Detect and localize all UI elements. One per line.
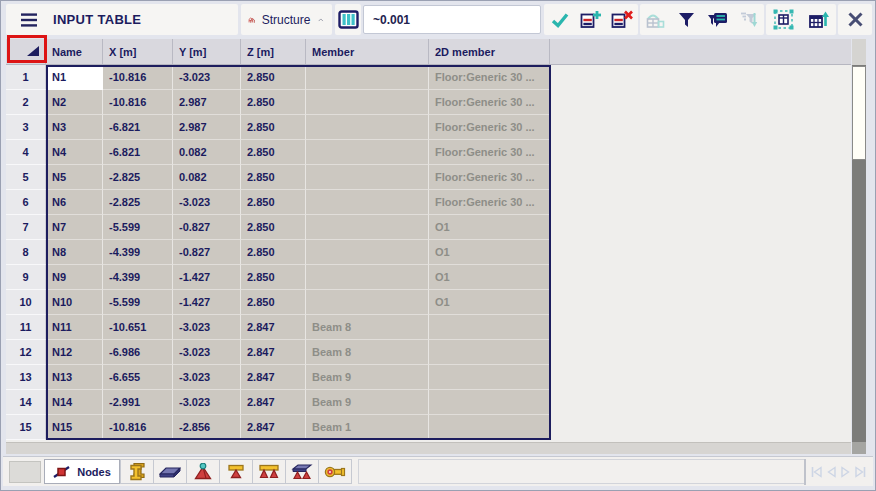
cell-z[interactable]: 2.850 [241, 265, 306, 290]
cell-z[interactable]: 2.850 [241, 65, 306, 90]
delete-row-button[interactable] [608, 6, 636, 33]
row-number-cell[interactable]: 12 [6, 340, 46, 365]
cell-name[interactable]: N11 [46, 315, 103, 340]
cell-member[interactable] [306, 240, 429, 265]
cell-member[interactable] [306, 165, 429, 190]
cell-member[interactable] [306, 290, 429, 315]
cell-z[interactable]: 2.847 [241, 315, 306, 340]
filter-button[interactable] [673, 6, 701, 33]
cell-x[interactable]: -4.399 [103, 265, 173, 290]
tab-point-supports[interactable] [219, 459, 253, 484]
add-row-button[interactable] [577, 6, 605, 33]
column-header-2d-member[interactable]: 2D member [429, 39, 550, 64]
cell-member[interactable]: Beam 8 [306, 315, 429, 340]
row-number-cell[interactable]: 11 [6, 315, 46, 340]
horizontal-scrollbar[interactable] [6, 442, 851, 454]
cell-z[interactable]: 2.847 [241, 390, 306, 415]
cell-name[interactable]: N10 [46, 290, 103, 315]
cell-2d-member[interactable]: O1 [429, 215, 550, 240]
cell-z[interactable]: 2.847 [241, 365, 306, 390]
cell-z[interactable]: 2.850 [241, 240, 306, 265]
row-number-cell[interactable]: 14 [6, 390, 46, 415]
cell-2d-member[interactable] [429, 365, 550, 390]
cell-name[interactable]: N2 [46, 90, 103, 115]
cell-name[interactable]: N14 [46, 390, 103, 415]
cell-member[interactable] [306, 215, 429, 240]
row-number-cell[interactable]: 9 [6, 265, 46, 290]
structure-filter-button-disabled[interactable] [642, 6, 670, 33]
first-record-button[interactable] [810, 465, 823, 479]
cell-x[interactable]: -10.816 [103, 415, 173, 440]
cell-2d-member[interactable]: Floor:Generic 30 ... [429, 90, 550, 115]
row-number-cell[interactable]: 2 [6, 90, 46, 115]
cell-member[interactable]: Beam 9 [306, 365, 429, 390]
cell-x[interactable]: -10.816 [103, 90, 173, 115]
tab-supports[interactable] [186, 459, 220, 484]
cell-2d-member[interactable] [429, 315, 550, 340]
cell-member[interactable]: Beam 8 [306, 340, 429, 365]
cell-y[interactable]: 0.082 [173, 165, 241, 190]
cell-z[interactable]: 2.847 [241, 415, 306, 440]
row-number-cell[interactable]: 3 [6, 115, 46, 140]
cell-x[interactable]: -5.599 [103, 215, 173, 240]
row-number-cell[interactable]: 15 [6, 415, 46, 440]
tab-nodes[interactable]: Nodes [44, 459, 120, 484]
cell-member[interactable] [306, 115, 429, 140]
cell-2d-member[interactable]: O1 [429, 290, 550, 315]
column-header-name[interactable]: Name [46, 39, 103, 64]
row-number-cell[interactable]: 6 [6, 190, 46, 215]
tab-1d-members[interactable] [120, 459, 154, 484]
cell-name[interactable]: N5 [46, 165, 103, 190]
cell-y[interactable]: -3.023 [173, 340, 241, 365]
next-record-button[interactable] [840, 465, 851, 479]
close-button[interactable] [841, 6, 869, 33]
cell-z[interactable]: 2.850 [241, 165, 306, 190]
column-header-x[interactable]: X [m] [103, 39, 173, 64]
confirm-button[interactable] [546, 6, 574, 33]
cell-member[interactable] [306, 140, 429, 165]
filter-sort-button-disabled[interactable] [735, 6, 763, 33]
cell-x[interactable]: -6.821 [103, 140, 173, 165]
cell-name[interactable]: N12 [46, 340, 103, 365]
cell-x[interactable]: -2.825 [103, 165, 173, 190]
cell-x[interactable]: -5.599 [103, 290, 173, 315]
cell-member[interactable] [306, 90, 429, 115]
tab-2d-members[interactable] [153, 459, 187, 484]
cell-name[interactable]: N8 [46, 240, 103, 265]
cell-z[interactable]: 2.850 [241, 90, 306, 115]
cell-x[interactable]: -10.816 [103, 65, 173, 90]
row-number-cell[interactable]: 4 [6, 140, 46, 165]
cell-y[interactable]: -3.023 [173, 65, 241, 90]
cell-name[interactable]: N6 [46, 190, 103, 215]
cell-z[interactable]: 2.850 [241, 215, 306, 240]
cell-z[interactable]: 2.847 [241, 340, 306, 365]
row-number-cell[interactable]: 8 [6, 240, 46, 265]
row-number-cell[interactable]: 13 [6, 365, 46, 390]
column-header-y[interactable]: Y [m] [173, 39, 241, 64]
cell-member[interactable] [306, 65, 429, 90]
cell-x[interactable]: -6.655 [103, 365, 173, 390]
vertical-scrollbar-thumb[interactable] [852, 66, 866, 160]
cell-y[interactable]: -1.427 [173, 265, 241, 290]
cell-2d-member[interactable]: O1 [429, 240, 550, 265]
row-number-cell[interactable]: 10 [6, 290, 46, 315]
cell-name[interactable]: N1 [46, 65, 103, 90]
cell-y[interactable]: -3.023 [173, 315, 241, 340]
cell-x[interactable]: -2.991 [103, 390, 173, 415]
cell-name[interactable]: N4 [46, 140, 103, 165]
cell-member[interactable] [306, 190, 429, 215]
cell-y[interactable]: -1.427 [173, 290, 241, 315]
cell-z[interactable]: 2.850 [241, 115, 306, 140]
cell-z[interactable]: 2.850 [241, 190, 306, 215]
cell-member[interactable] [306, 265, 429, 290]
cell-2d-member[interactable] [429, 390, 550, 415]
cell-x[interactable]: -6.986 [103, 340, 173, 365]
cell-2d-member[interactable] [429, 415, 550, 440]
filter-value-input[interactable] [363, 5, 541, 34]
cell-2d-member[interactable]: Floor:Generic 30 ... [429, 65, 550, 90]
cell-2d-member[interactable]: Floor:Generic 30 ... [429, 190, 550, 215]
cell-2d-member[interactable]: Floor:Generic 30 ... [429, 115, 550, 140]
cell-z[interactable]: 2.850 [241, 290, 306, 315]
cell-y[interactable]: -3.023 [173, 190, 241, 215]
cell-y[interactable]: 0.082 [173, 140, 241, 165]
